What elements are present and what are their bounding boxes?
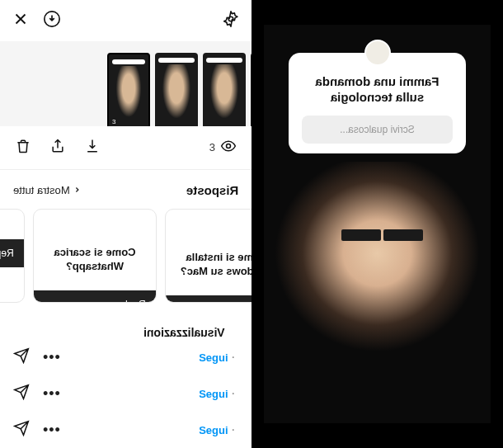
story-thumb[interactable] [251, 53, 252, 126]
action-bar: 3 [0, 126, 252, 170]
story-preview-panel: Fammi una domanda sulla tecnologia Scriv… [252, 0, 503, 448]
story-carousel[interactable]: 3 [0, 41, 252, 126]
avatar [364, 40, 391, 66]
story-preview: Fammi una domanda sulla tecnologia Scriv… [264, 25, 491, 423]
question-input[interactable]: Scrivi qualcosa... [302, 116, 453, 144]
send-icon[interactable] [13, 384, 30, 403]
more-icon[interactable]: ••• [43, 385, 61, 403]
viewer-row: ••• Segui· [0, 412, 252, 448]
follow-link[interactable]: Segui [199, 424, 228, 436]
response-card[interactable]: Reply [0, 209, 25, 303]
story-thumb[interactable]: 3 [107, 53, 150, 126]
story-thumb[interactable] [203, 53, 246, 126]
response-card[interactable]: Come si installa Windows su Mac? Reply [165, 209, 252, 303]
close-icon[interactable] [12, 10, 30, 31]
follow-link[interactable]: Segui [199, 388, 228, 400]
eye-icon [220, 138, 237, 157]
story-photo [264, 162, 491, 424]
response-cards[interactable]: Reply Come si scarica Whatsapp? Reply Co… [0, 205, 252, 311]
view-count: 3 [209, 141, 215, 153]
card-question: Come si scarica Whatsapp? [34, 233, 156, 290]
card-question [0, 210, 24, 239]
insights-panel: 3 3 Mostra tutte Risposte Reply [0, 0, 252, 448]
question-prompt: Fammi una domanda sulla tecnologia [302, 74, 453, 106]
gear-icon[interactable] [222, 10, 240, 31]
thumb-view-count: 3 [112, 118, 115, 125]
responses-header: Mostra tutte Risposte [0, 170, 252, 205]
question-sticker[interactable]: Fammi una domanda sulla tecnologia Scriv… [289, 53, 466, 153]
more-icon[interactable]: ••• [43, 422, 61, 439]
viewer-row: ••• Segui· [0, 339, 252, 375]
responses-title: Risposte [186, 183, 238, 197]
download-circle-icon[interactable] [43, 10, 61, 31]
reply-button[interactable]: Reply [34, 290, 156, 303]
more-icon[interactable]: ••• [43, 349, 61, 366]
card-question: Come si installa Windows su Mac? [166, 238, 252, 295]
viewer-row: ••• Segui· [0, 375, 252, 412]
story-thumb[interactable] [155, 53, 198, 126]
send-icon[interactable] [13, 420, 30, 440]
views-title: Visualizzazioni [130, 311, 238, 339]
response-card[interactable]: Come si scarica Whatsapp? Reply [33, 209, 157, 303]
share-icon[interactable] [49, 138, 66, 158]
send-icon[interactable] [13, 347, 30, 367]
show-all-link[interactable]: Mostra tutte [13, 184, 82, 196]
trash-icon[interactable] [15, 138, 31, 158]
svg-point-2 [227, 144, 231, 149]
save-icon[interactable] [84, 138, 101, 158]
reply-button[interactable]: Reply [0, 239, 24, 267]
follow-link[interactable]: Segui [199, 351, 228, 364]
top-bar [0, 0, 252, 41]
reply-button[interactable]: Reply [166, 295, 252, 303]
